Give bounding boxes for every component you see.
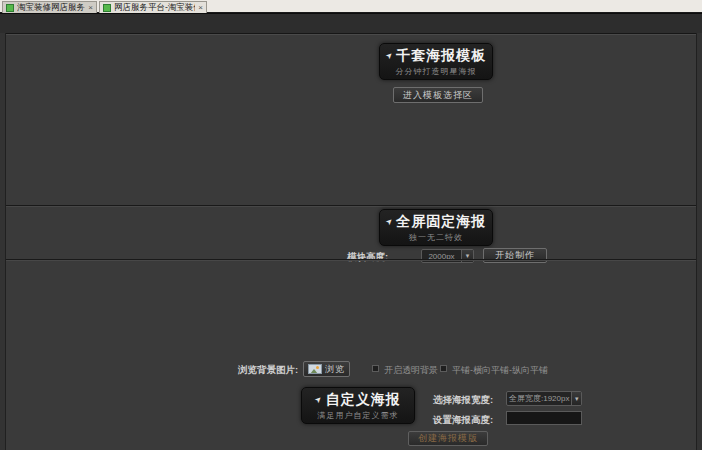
custom-title-box: ➤ 自定义海报 满足用户自定义需求	[301, 387, 415, 424]
cursor-icon: ➤	[313, 394, 324, 405]
favicon-icon	[103, 4, 111, 12]
close-icon[interactable]: ×	[198, 3, 203, 12]
section-title: 全屏固定海报	[396, 213, 486, 231]
fullscreen-title-box: ➤ 全屏固定海报 独一无二特效	[379, 209, 493, 246]
poster-width-label: 选择海报宽度:	[433, 394, 493, 407]
browse-button[interactable]: 浏览	[303, 361, 350, 377]
section-custom-poster: 浏览背景图片: 浏览 开启透明背景 平铺-横向平铺-纵向平铺 ➤ 自定义海报 满…	[6, 259, 696, 450]
poster-height-label: 设置海报高度:	[433, 414, 493, 427]
section-title: 自定义海报	[326, 391, 401, 409]
app-window: 淘宝装修网店服务平台-后台 × 网店服务平台-淘宝装修系统 × ➤ 千套海报模板…	[0, 0, 702, 450]
chevron-down-icon[interactable]: ▾	[571, 392, 581, 405]
image-icon	[308, 364, 322, 374]
browser-tab-bar: 淘宝装修网店服务平台-后台 × 网店服务平台-淘宝装修系统 ×	[0, 0, 702, 13]
section-subtitle: 独一无二特效	[409, 232, 463, 243]
template-title-box: ➤ 千套海报模板 分分钟打造明星海报	[379, 43, 493, 80]
checkbox-transparent-label: 开启透明背景	[384, 364, 438, 377]
section-poster-templates: ➤ 千套海报模板 分分钟打造明星海报 进入模板选择区	[6, 33, 696, 205]
selected-width: 全屏宽度:1920px	[507, 393, 571, 404]
section-subtitle: 分分钟打造明星海报	[396, 66, 477, 77]
favicon-icon	[6, 4, 14, 12]
section-title: 千套海报模板	[396, 47, 486, 65]
section-subtitle: 满足用户自定义需求	[318, 410, 399, 421]
browse-button-label: 浏览	[325, 363, 345, 376]
tab-title: 淘宝装修网店服务平台-后台	[17, 2, 85, 14]
section-fullscreen-poster: ➤ 全屏固定海报 独一无二特效 模块高度: 2000px ▾ 开始制作	[6, 205, 696, 259]
checkbox-transparent-bg[interactable]	[372, 365, 379, 372]
cursor-icon: ➤	[383, 50, 394, 61]
tab-title: 网店服务平台-淘宝装修系统	[114, 2, 195, 14]
poster-height-input[interactable]	[506, 411, 582, 425]
top-strip	[0, 13, 702, 33]
enter-template-zone-button[interactable]: 进入模板选择区	[393, 87, 483, 103]
checkbox-tile[interactable]	[440, 365, 447, 372]
checkbox-tile-label: 平铺-横向平铺-纵向平铺	[452, 364, 548, 377]
browse-bg-label: 浏览背景图片:	[238, 364, 298, 377]
tab-poster-system[interactable]: 网店服务平台-淘宝装修系统 ×	[99, 1, 207, 13]
cursor-icon: ➤	[383, 216, 394, 227]
main-content: ➤ 千套海报模板 分分钟打造明星海报 进入模板选择区 ➤ 全屏固定海报 独一无二…	[5, 33, 697, 450]
close-icon[interactable]: ×	[88, 3, 93, 12]
poster-width-select[interactable]: 全屏宽度:1920px ▾	[506, 391, 582, 406]
tab-backend[interactable]: 淘宝装修网店服务平台-后台 ×	[2, 1, 97, 13]
create-poster-template-button[interactable]: 创建海报模版	[408, 431, 488, 446]
